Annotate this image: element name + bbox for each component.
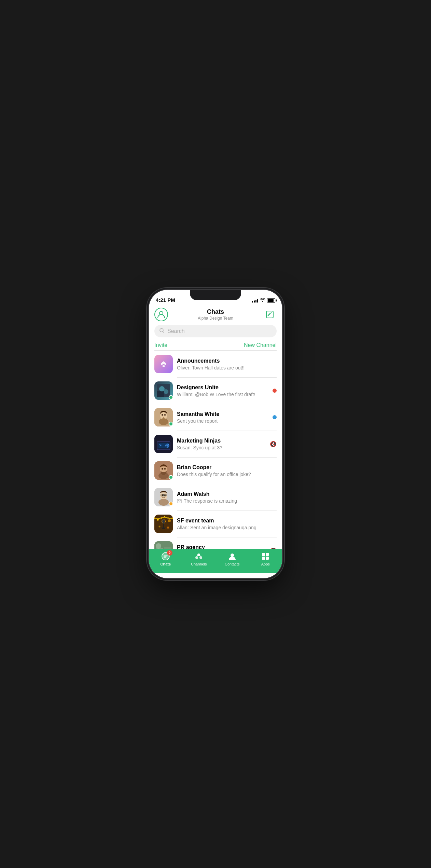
- chat-item-announcements[interactable]: Announcements Oliver: Town Hall dates ar…: [149, 351, 282, 377]
- new-channel-button[interactable]: New Channel: [244, 342, 277, 348]
- channels-nav-icon: [194, 552, 204, 560]
- unread-dot: [273, 389, 277, 393]
- nav-icon-wrap: [194, 551, 204, 561]
- chat-item-adam[interactable]: Adam Walsh The response is amazing: [149, 484, 282, 510]
- chat-content: Designers Unite William: @Bob W Love the…: [177, 384, 270, 397]
- svg-point-60: [197, 554, 200, 556]
- person-icon: [156, 310, 166, 319]
- svg-point-28: [164, 494, 166, 496]
- chat-content: Brian Cooper Does this qualify for an of…: [177, 464, 277, 477]
- svg-rect-62: [262, 553, 265, 556]
- search-placeholder: Search: [167, 328, 185, 334]
- chat-name: Marketing Ninjas: [177, 438, 267, 444]
- envelope-icon: [177, 499, 182, 503]
- header-center: Chats Alpha Design Team: [168, 308, 263, 321]
- marketing-avatar: [154, 435, 173, 453]
- svg-rect-7: [157, 391, 164, 397]
- compose-button[interactable]: [263, 308, 277, 321]
- svg-rect-42: [162, 528, 165, 529]
- nav-item-channels[interactable]: Channels: [182, 551, 216, 566]
- muted-indicator: 🔇: [270, 547, 277, 549]
- muted-icon: 🔇: [270, 548, 277, 549]
- chat-content: Marketing Ninjas Susan: Sync up at 3?: [177, 438, 267, 450]
- nav-label-channels: Channels: [191, 562, 207, 566]
- battery-icon: [267, 298, 275, 303]
- pr-agency-avatar: [154, 541, 173, 549]
- chat-item-pr-agency[interactable]: PR agency Brian: Let's all meet some tim…: [149, 537, 282, 549]
- chat-message: Allan: Sent an image designauqa.png: [177, 525, 277, 530]
- chat-avatar-wrap: [154, 355, 173, 373]
- chat-name: Announcements: [177, 358, 277, 364]
- app-header: Chats Alpha Design Team: [149, 305, 282, 325]
- apps-nav-icon: [261, 552, 270, 561]
- phone-frame: 4:21 PM: [149, 290, 282, 578]
- phone-screen: 4:21 PM: [149, 290, 282, 578]
- svg-point-58: [195, 556, 198, 559]
- invite-button[interactable]: Invite: [154, 342, 167, 348]
- svg-point-61: [231, 554, 234, 557]
- svg-point-10: [159, 418, 168, 425]
- chat-avatar-wrap: [154, 408, 173, 426]
- sf-event-avatar: [154, 515, 173, 533]
- chat-item-brian-cooper[interactable]: Brian Cooper Does this qualify for an of…: [149, 457, 282, 484]
- unread-indicator: [273, 389, 277, 393]
- chat-avatar-wrap: [154, 435, 173, 453]
- bottom-nav: 2 Chats Channels: [149, 549, 282, 573]
- chat-avatar-wrap: [154, 461, 173, 480]
- chat-item-marketing[interactable]: Marketing Ninjas Susan: Sync up at 3? 🔇: [149, 431, 282, 457]
- status-time: 4:21 PM: [156, 297, 175, 303]
- chat-name: PR agency: [177, 544, 267, 549]
- svg-point-47: [167, 517, 169, 519]
- chat-message: Sent you the report: [177, 418, 270, 424]
- chat-name: Samantha White: [177, 411, 270, 417]
- chat-list: Announcements Oliver: Town Hall dates ar…: [149, 351, 282, 549]
- nav-icon-wrap: 2: [161, 551, 170, 561]
- wifi-icon: [260, 298, 265, 303]
- svg-point-36: [159, 526, 161, 528]
- svg-rect-65: [266, 557, 269, 560]
- header-subtitle: Alpha Design Team: [168, 316, 263, 321]
- search-icon: [159, 328, 165, 334]
- chat-message: Susan: Sync up at 3?: [177, 445, 267, 450]
- header-title: Chats: [168, 308, 263, 316]
- chat-message: Does this qualify for an office joke?: [177, 472, 277, 477]
- svg-point-12: [164, 414, 166, 416]
- svg-rect-41: [161, 528, 166, 528]
- chat-message: Oliver: Town Hall dates are out!!: [177, 365, 277, 370]
- search-bar[interactable]: Search: [154, 325, 277, 337]
- svg-rect-52: [164, 547, 171, 549]
- muted-icon: 🔇: [270, 441, 277, 447]
- unread-indicator: [273, 415, 277, 419]
- chat-avatar-wrap: [154, 541, 173, 549]
- announcements-avatar: [154, 355, 173, 373]
- contacts-nav-icon: [228, 552, 237, 561]
- svg-point-11: [162, 414, 163, 416]
- svg-point-44: [157, 519, 158, 520]
- chat-content: PR agency Brian: Let's all meet some tim…: [177, 544, 267, 549]
- chat-item-samantha[interactable]: Samantha White Sent you the report: [149, 404, 282, 431]
- chat-name: Adam Walsh: [177, 491, 277, 497]
- nav-item-chats[interactable]: 2 Chats: [149, 551, 182, 566]
- online-indicator: [169, 475, 173, 479]
- svg-point-40: [162, 519, 165, 523]
- chat-item-sf-event[interactable]: SF event team Allan: Sent an image desig…: [149, 510, 282, 537]
- nav-item-contacts[interactable]: Contacts: [216, 551, 249, 566]
- chat-name: SF event team: [177, 518, 277, 524]
- home-indicator: [195, 574, 236, 576]
- nav-item-apps[interactable]: Apps: [249, 551, 282, 566]
- svg-point-59: [199, 556, 202, 559]
- chat-avatar-wrap: [154, 488, 173, 506]
- chat-content: SF event team Allan: Sent an image desig…: [177, 518, 277, 530]
- chat-message: The response is amazing: [177, 498, 277, 504]
- chat-avatar-wrap: [154, 515, 173, 533]
- chat-content: Samantha White Sent you the report: [177, 411, 270, 424]
- svg-rect-64: [262, 557, 265, 560]
- chat-name: Brian Cooper: [177, 464, 277, 471]
- nav-icon-wrap: [227, 551, 237, 561]
- search-container: Search: [149, 325, 282, 341]
- profile-avatar[interactable]: [154, 308, 168, 321]
- chat-message: William: @Bob W Love the first draft!: [177, 392, 270, 397]
- unread-dot: [273, 415, 277, 419]
- actions-row: Invite New Channel: [149, 341, 282, 350]
- chat-item-designers-unite[interactable]: Designers Unite William: @Bob W Love the…: [149, 377, 282, 404]
